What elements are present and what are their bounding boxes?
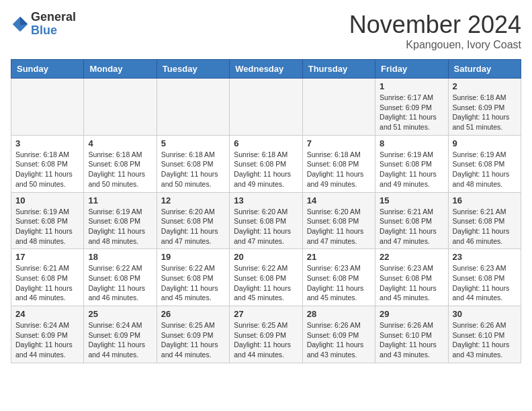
calendar-cell: 14Sunrise: 6:20 AM Sunset: 6:08 PM Dayli… (302, 192, 375, 249)
day-number: 4 (88, 138, 152, 148)
day-number: 16 (453, 195, 517, 205)
calendar-cell (84, 79, 157, 136)
calendar-week-row: 17Sunrise: 6:21 AM Sunset: 6:08 PM Dayli… (11, 249, 521, 306)
day-number: 18 (88, 252, 152, 262)
day-info: Sunrise: 6:19 AM Sunset: 6:08 PM Dayligh… (15, 207, 79, 246)
logo-blue: Blue (31, 24, 76, 38)
day-info: Sunrise: 6:18 AM Sunset: 6:08 PM Dayligh… (234, 150, 298, 189)
day-info: Sunrise: 6:18 AM Sunset: 6:08 PM Dayligh… (307, 150, 371, 189)
calendar-cell: 13Sunrise: 6:20 AM Sunset: 6:08 PM Dayli… (230, 192, 302, 249)
weekday-header: Wednesday (230, 60, 302, 79)
logo-text: General Blue (31, 11, 76, 38)
day-info: Sunrise: 6:19 AM Sunset: 6:08 PM Dayligh… (88, 207, 152, 246)
day-number: 9 (453, 138, 517, 148)
calendar: SundayMondayTuesdayWednesdayThursdayFrid… (11, 59, 521, 363)
day-number: 12 (161, 195, 225, 205)
day-number: 19 (161, 252, 225, 262)
day-number: 26 (161, 309, 225, 319)
location-title: Kpangouen, Ivory Coast (349, 39, 521, 51)
day-number: 5 (161, 138, 225, 148)
calendar-cell: 10Sunrise: 6:19 AM Sunset: 6:08 PM Dayli… (11, 192, 84, 249)
day-number: 1 (380, 81, 443, 91)
day-info: Sunrise: 6:21 AM Sunset: 6:08 PM Dayligh… (380, 207, 443, 246)
weekday-header: Friday (375, 60, 448, 79)
page-header: General Blue November 2024 Kpangouen, Iv… (11, 11, 521, 51)
day-info: Sunrise: 6:19 AM Sunset: 6:08 PM Dayligh… (380, 150, 443, 189)
weekday-header: Monday (84, 60, 157, 79)
day-number: 14 (307, 195, 371, 205)
day-number: 27 (234, 309, 298, 319)
calendar-cell: 22Sunrise: 6:23 AM Sunset: 6:08 PM Dayli… (375, 249, 448, 306)
day-info: Sunrise: 6:20 AM Sunset: 6:08 PM Dayligh… (307, 207, 371, 246)
day-info: Sunrise: 6:22 AM Sunset: 6:08 PM Dayligh… (161, 263, 225, 303)
calendar-cell: 12Sunrise: 6:20 AM Sunset: 6:08 PM Dayli… (157, 192, 229, 249)
day-number: 30 (453, 309, 517, 319)
day-number: 6 (234, 138, 298, 148)
day-number: 29 (380, 309, 443, 319)
calendar-cell: 5Sunrise: 6:18 AM Sunset: 6:08 PM Daylig… (157, 135, 229, 192)
calendar-cell: 21Sunrise: 6:23 AM Sunset: 6:08 PM Dayli… (302, 249, 375, 306)
day-number: 13 (234, 195, 298, 205)
calendar-cell: 7Sunrise: 6:18 AM Sunset: 6:08 PM Daylig… (302, 135, 375, 192)
calendar-cell: 30Sunrise: 6:26 AM Sunset: 6:10 PM Dayli… (448, 306, 521, 363)
day-number: 2 (453, 81, 517, 91)
day-info: Sunrise: 6:25 AM Sunset: 6:09 PM Dayligh… (234, 320, 298, 360)
logo-general: General (31, 11, 76, 24)
calendar-cell: 23Sunrise: 6:23 AM Sunset: 6:08 PM Dayli… (448, 249, 521, 306)
day-info: Sunrise: 6:26 AM Sunset: 6:09 PM Dayligh… (307, 320, 371, 360)
calendar-cell (230, 79, 302, 136)
calendar-cell: 17Sunrise: 6:21 AM Sunset: 6:08 PM Dayli… (11, 249, 84, 306)
month-title: November 2024 (349, 11, 521, 39)
day-number: 11 (88, 195, 152, 205)
calendar-cell: 3Sunrise: 6:18 AM Sunset: 6:08 PM Daylig… (11, 135, 84, 192)
day-info: Sunrise: 6:23 AM Sunset: 6:08 PM Dayligh… (307, 263, 371, 303)
calendar-cell: 20Sunrise: 6:22 AM Sunset: 6:08 PM Dayli… (230, 249, 302, 306)
day-info: Sunrise: 6:22 AM Sunset: 6:08 PM Dayligh… (234, 263, 298, 303)
day-info: Sunrise: 6:21 AM Sunset: 6:08 PM Dayligh… (15, 263, 79, 303)
calendar-week-row: 24Sunrise: 6:24 AM Sunset: 6:09 PM Dayli… (11, 306, 521, 363)
title-block: November 2024 Kpangouen, Ivory Coast (349, 11, 521, 51)
day-info: Sunrise: 6:23 AM Sunset: 6:08 PM Dayligh… (380, 263, 443, 303)
day-info: Sunrise: 6:20 AM Sunset: 6:08 PM Dayligh… (234, 207, 298, 246)
calendar-week-row: 3Sunrise: 6:18 AM Sunset: 6:08 PM Daylig… (11, 135, 521, 192)
day-info: Sunrise: 6:17 AM Sunset: 6:09 PM Dayligh… (380, 93, 443, 132)
weekday-header: Saturday (448, 60, 521, 79)
calendar-cell: 4Sunrise: 6:18 AM Sunset: 6:08 PM Daylig… (84, 135, 157, 192)
calendar-cell: 26Sunrise: 6:25 AM Sunset: 6:09 PM Dayli… (157, 306, 229, 363)
calendar-cell: 8Sunrise: 6:19 AM Sunset: 6:08 PM Daylig… (375, 135, 448, 192)
calendar-cell (11, 79, 84, 136)
day-info: Sunrise: 6:18 AM Sunset: 6:09 PM Dayligh… (453, 93, 517, 132)
calendar-cell: 1Sunrise: 6:17 AM Sunset: 6:09 PM Daylig… (375, 79, 448, 136)
calendar-cell: 25Sunrise: 6:24 AM Sunset: 6:09 PM Dayli… (84, 306, 157, 363)
calendar-cell: 29Sunrise: 6:26 AM Sunset: 6:10 PM Dayli… (375, 306, 448, 363)
calendar-cell: 16Sunrise: 6:21 AM Sunset: 6:08 PM Dayli… (448, 192, 521, 249)
calendar-cell (157, 79, 229, 136)
day-number: 3 (15, 138, 79, 148)
calendar-cell (302, 79, 375, 136)
calendar-cell: 15Sunrise: 6:21 AM Sunset: 6:08 PM Dayli… (375, 192, 448, 249)
day-number: 22 (380, 252, 443, 262)
day-info: Sunrise: 6:22 AM Sunset: 6:08 PM Dayligh… (88, 263, 152, 303)
day-number: 21 (307, 252, 371, 262)
day-info: Sunrise: 6:18 AM Sunset: 6:08 PM Dayligh… (15, 150, 79, 189)
calendar-week-row: 10Sunrise: 6:19 AM Sunset: 6:08 PM Dayli… (11, 192, 521, 249)
logo: General Blue (11, 11, 76, 38)
logo-icon (11, 15, 30, 34)
day-info: Sunrise: 6:26 AM Sunset: 6:10 PM Dayligh… (453, 320, 517, 360)
day-number: 20 (234, 252, 298, 262)
day-info: Sunrise: 6:20 AM Sunset: 6:08 PM Dayligh… (161, 207, 225, 246)
day-info: Sunrise: 6:23 AM Sunset: 6:08 PM Dayligh… (453, 263, 517, 303)
day-number: 8 (380, 138, 443, 148)
calendar-cell: 6Sunrise: 6:18 AM Sunset: 6:08 PM Daylig… (230, 135, 302, 192)
calendar-cell: 11Sunrise: 6:19 AM Sunset: 6:08 PM Dayli… (84, 192, 157, 249)
calendar-cell: 24Sunrise: 6:24 AM Sunset: 6:09 PM Dayli… (11, 306, 84, 363)
day-info: Sunrise: 6:24 AM Sunset: 6:09 PM Dayligh… (15, 320, 79, 360)
weekday-header: Sunday (11, 60, 84, 79)
day-number: 15 (380, 195, 443, 205)
calendar-week-row: 1Sunrise: 6:17 AM Sunset: 6:09 PM Daylig… (11, 79, 521, 136)
day-number: 25 (88, 309, 152, 319)
calendar-cell: 19Sunrise: 6:22 AM Sunset: 6:08 PM Dayli… (157, 249, 229, 306)
day-info: Sunrise: 6:18 AM Sunset: 6:08 PM Dayligh… (88, 150, 152, 189)
calendar-cell: 27Sunrise: 6:25 AM Sunset: 6:09 PM Dayli… (230, 306, 302, 363)
day-info: Sunrise: 6:18 AM Sunset: 6:08 PM Dayligh… (161, 150, 225, 189)
